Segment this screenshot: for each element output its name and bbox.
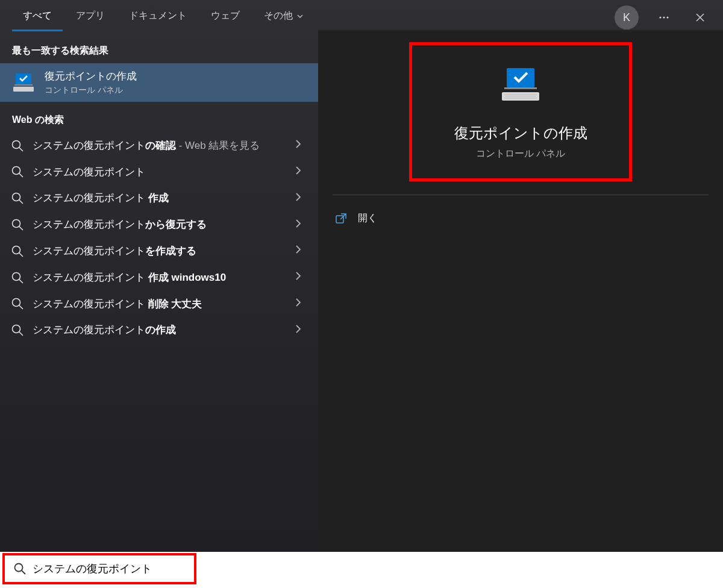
chevron-down-icon xyxy=(296,13,304,20)
svg-line-15 xyxy=(19,253,23,257)
web-search-header: Web の検索 xyxy=(0,110,318,133)
preview-title: 復元ポイントの作成 xyxy=(454,124,587,143)
chevron-right-icon[interactable] xyxy=(289,324,307,337)
svg-point-14 xyxy=(13,246,20,254)
svg-rect-4 xyxy=(14,84,33,86)
close-button[interactable] xyxy=(689,7,711,28)
svg-point-20 xyxy=(13,325,20,333)
search-bar-row xyxy=(0,552,723,588)
web-result-content: システムの復元ポイント 削除 大丈夫 xyxy=(33,297,289,311)
search-icon xyxy=(11,324,24,337)
divider xyxy=(333,195,709,195)
web-result-content: システムの復元ポイント xyxy=(33,165,289,180)
web-result-item[interactable]: システムの復元ポイント xyxy=(0,159,318,186)
user-avatar[interactable]: K xyxy=(615,5,639,30)
web-result-item[interactable]: システムの復元ポイントの作成 xyxy=(0,317,318,343)
chevron-right-icon[interactable] xyxy=(289,139,307,152)
chevron-right-icon[interactable] xyxy=(289,271,307,284)
svg-point-2 xyxy=(666,16,668,18)
svg-line-19 xyxy=(19,305,23,309)
preview-highlight-box: 復元ポイントの作成 コントロール パネル xyxy=(409,42,632,181)
tab-apps[interactable]: アプリ xyxy=(65,4,116,31)
search-icon xyxy=(11,271,24,284)
tabs-row: すべて アプリ ドキュメント ウェブ その他 K xyxy=(0,0,723,30)
web-result-content: システムの復元ポイントを作成する xyxy=(33,244,289,258)
ellipsis-icon xyxy=(658,11,670,23)
web-result-title: システムの復元ポイントの作成 xyxy=(33,323,289,337)
svg-point-8 xyxy=(13,167,20,175)
svg-line-7 xyxy=(19,148,23,151)
results-panel: 最も一致する検索結果 復元ポイントの作成 コントロール パネル Web xyxy=(0,30,318,552)
svg-point-16 xyxy=(13,272,20,280)
chevron-right-icon[interactable] xyxy=(289,192,307,205)
tab-more-label: その他 xyxy=(264,10,293,22)
svg-rect-23 xyxy=(504,87,537,89)
content-area: 最も一致する検索結果 復元ポイントの作成 コントロール パネル Web xyxy=(0,30,723,552)
web-result-title: システムの復元ポイントの確認 - Web 結果を見る xyxy=(33,139,289,153)
best-match-content: 復元ポイントの作成 コントロール パネル xyxy=(45,69,307,96)
chevron-right-icon[interactable] xyxy=(289,298,307,310)
open-external-icon xyxy=(335,213,347,225)
svg-line-30 xyxy=(22,571,25,574)
search-input[interactable] xyxy=(33,563,194,575)
search-window: すべて アプリ ドキュメント ウェブ その他 K 最も一致する検索結果 xyxy=(0,0,723,588)
chevron-right-icon[interactable] xyxy=(289,245,307,257)
web-result-title: システムの復元ポイント 削除 大丈夫 xyxy=(33,297,289,311)
search-icon xyxy=(11,245,24,258)
svg-point-0 xyxy=(659,16,661,18)
svg-point-18 xyxy=(13,299,20,307)
open-action[interactable]: 開く xyxy=(333,206,709,231)
more-options-button[interactable] xyxy=(653,7,675,28)
web-result-item[interactable]: システムの復元ポイントを作成する xyxy=(0,238,318,264)
tab-all[interactable]: すべて xyxy=(12,4,63,31)
web-result-title: システムの復元ポイントを作成する xyxy=(33,244,289,258)
chevron-right-icon[interactable] xyxy=(289,219,307,231)
svg-line-9 xyxy=(19,174,23,177)
web-result-title: システムの復元ポイント xyxy=(33,165,289,180)
svg-rect-22 xyxy=(507,68,534,87)
svg-point-10 xyxy=(13,193,20,201)
web-result-item[interactable]: システムの復元ポイント 作成 xyxy=(0,185,318,211)
preview-subtitle: コントロール パネル xyxy=(476,148,565,160)
web-result-content: システムの復元ポイントの確認 - Web 結果を見る xyxy=(33,139,289,153)
web-result-title: システムの復元ポイント 作成 xyxy=(33,191,289,205)
search-icon xyxy=(11,218,24,231)
web-result-item[interactable]: システムの復元ポイントの確認 - Web 結果を見る xyxy=(0,133,318,159)
web-result-title: システムの復元ポイント 作成 windows10 xyxy=(33,271,289,285)
open-action-label: 開く xyxy=(358,212,377,225)
svg-line-21 xyxy=(19,332,23,336)
search-icon xyxy=(13,562,27,575)
best-match-header: 最も一致する検索結果 xyxy=(0,41,318,63)
svg-line-11 xyxy=(19,200,23,204)
preview-panel: 復元ポイントの作成 コントロール パネル 開く xyxy=(318,30,723,552)
chevron-right-icon[interactable] xyxy=(289,166,307,178)
web-result-content: システムの復元ポイント 作成 xyxy=(33,191,289,205)
search-bar-highlight-box xyxy=(2,553,196,584)
best-match-subtitle: コントロール パネル xyxy=(45,85,307,96)
web-result-content: システムの復元ポイントの作成 xyxy=(33,323,289,337)
preview-app-icon xyxy=(497,62,544,111)
web-result-item[interactable]: システムの復元ポイント 削除 大丈夫 xyxy=(0,291,318,317)
search-icon xyxy=(11,192,24,205)
search-icon xyxy=(11,139,24,152)
tab-documents[interactable]: ドキュメント xyxy=(118,4,198,31)
close-icon xyxy=(695,13,705,22)
search-icon xyxy=(11,297,24,310)
header-right: K xyxy=(615,5,711,30)
svg-point-6 xyxy=(13,140,20,148)
svg-point-1 xyxy=(663,16,665,18)
web-result-item[interactable]: システムの復元ポイントから復元する xyxy=(0,211,318,238)
web-result-item[interactable]: システムの復元ポイント 作成 windows10 xyxy=(0,264,318,291)
svg-line-17 xyxy=(19,280,23,283)
web-result-title: システムの復元ポイントから復元する xyxy=(33,217,289,232)
search-icon xyxy=(11,165,24,178)
web-result-content: システムの復元ポイント 作成 windows10 xyxy=(33,271,289,285)
tab-web[interactable]: ウェブ xyxy=(200,4,251,31)
svg-point-29 xyxy=(15,564,23,572)
svg-line-13 xyxy=(19,227,23,230)
best-match-item[interactable]: 復元ポイントの作成 コントロール パネル xyxy=(0,63,318,102)
best-match-title: 復元ポイントの作成 xyxy=(45,69,307,84)
tab-more[interactable]: その他 xyxy=(253,4,315,31)
svg-rect-5 xyxy=(13,87,34,92)
web-result-content: システムの復元ポイントから復元する xyxy=(33,217,289,232)
